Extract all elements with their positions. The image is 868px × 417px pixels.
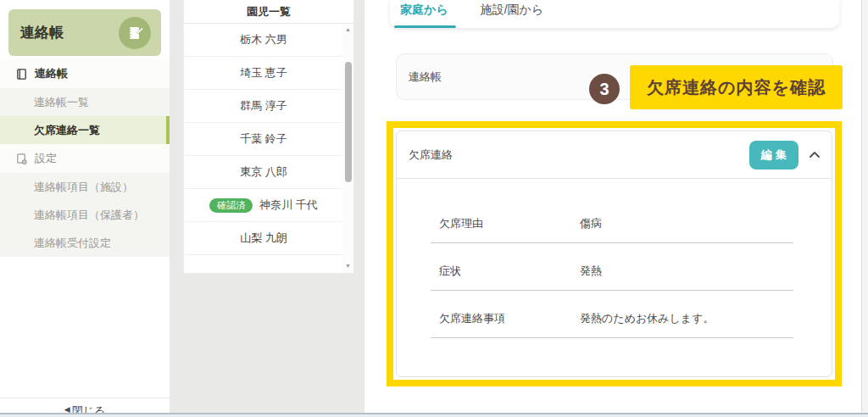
scroll-down-icon[interactable]: ▼ <box>342 260 353 271</box>
sidebar-item-renrakucho-list[interactable]: 連絡帳一覧 <box>0 88 170 116</box>
field-value: 発熱のためお休みします。 <box>580 311 714 326</box>
sidebar-item-label: 連絡帳受付設定 <box>34 236 111 251</box>
sidebar-item-label: 欠席連絡一覧 <box>34 123 100 138</box>
window-bottom-edge <box>0 413 868 417</box>
children-list-panel: 園児一覧 栃木 六男 埼玉 恵子 群馬 淳子 千葉 鈴子 東京 八郎 確認済 神… <box>183 0 354 274</box>
absence-card-title: 欠席連絡 <box>409 147 453 163</box>
notebook-icon <box>15 68 28 81</box>
annotation-label: 欠席連絡の内容を確認 <box>630 65 843 109</box>
absence-report-card: 欠席連絡 編集 欠席理由 傷病 症状 発熱 <box>396 131 832 377</box>
step-number: 3 <box>599 80 609 99</box>
field-label: 症状 <box>439 264 580 279</box>
sidebar-item-label: 連絡帳項目（施設） <box>34 180 133 195</box>
list-item[interactable]: 千葉 鈴子 <box>184 123 353 156</box>
child-name: 栃木 六男 <box>240 32 287 47</box>
field-label: 欠席連絡事項 <box>439 311 580 326</box>
tab-label: 家庭から <box>400 3 448 16</box>
sidebar-item-absence-list[interactable]: 欠席連絡一覧 <box>0 116 170 144</box>
list-item[interactable]: 群馬 淳子 <box>184 90 353 123</box>
absence-fields: 欠席理由 傷病 症状 発熱 欠席連絡事項 発熱のためお休みします。 <box>397 179 832 338</box>
sidebar-menu: 連絡帳 連絡帳一覧 欠席連絡一覧 設定 連絡帳項目（施設） 連絡帳項目（保護者） <box>0 59 170 257</box>
renrakucho-card-title: 連絡帳 <box>409 70 442 85</box>
list-item[interactable]: 埼玉 恵子 <box>184 57 353 90</box>
sidebar-item-label: 連絡帳一覧 <box>34 95 89 110</box>
absence-card-header: 欠席連絡 編集 <box>397 131 832 179</box>
child-name: 山梨 九朗 <box>240 231 287 246</box>
child-name: 千葉 鈴子 <box>240 131 287 147</box>
tab-from-home[interactable]: 家庭から <box>390 3 459 28</box>
notebook-pencil-icon <box>119 17 151 49</box>
sidebar-item-items-facility[interactable]: 連絡帳項目（施設） <box>0 173 170 201</box>
scroll-up-icon[interactable]: ▲ <box>342 24 353 35</box>
children-list-scrollbar[interactable]: ▲ ▼ <box>342 24 353 273</box>
source-tabbar: 家庭から 施設/園から <box>390 0 839 28</box>
child-name: 東京 八郎 <box>240 164 287 180</box>
edit-button[interactable]: 編集 <box>749 141 798 170</box>
sidebar-item-label: 連絡帳項目（保護者） <box>34 208 144 223</box>
highlight-frame: 欠席連絡 編集 欠席理由 傷病 症状 発熱 <box>387 121 842 386</box>
list-item[interactable]: 山梨 九朗 <box>184 222 353 255</box>
sidebar-item-settings[interactable]: 設定 <box>0 144 170 173</box>
scrollbar-thumb[interactable] <box>345 62 352 182</box>
sidebar: 連絡帳 連絡帳 連絡帳一覧 欠席連絡一覧 <box>0 0 170 417</box>
child-name: 埼玉 恵子 <box>240 65 287 81</box>
tab-from-facility[interactable]: 施設/園から <box>470 3 554 28</box>
field-value: 発熱 <box>580 264 602 279</box>
child-name: 神奈川 千代 <box>259 197 318 213</box>
child-name: 群馬 淳子 <box>240 98 287 114</box>
annotation-text: 欠席連絡の内容を確認 <box>647 76 826 99</box>
field-value: 傷病 <box>580 216 602 231</box>
list-item[interactable]: 確認済 神奈川 千代 <box>184 189 353 222</box>
tab-label: 施設/園から <box>481 3 544 16</box>
notebook-gear-icon <box>15 153 28 165</box>
sidebar-item-label: 連絡帳 <box>35 66 68 81</box>
confirmed-badge: 確認済 <box>209 198 253 213</box>
children-list-title: 園児一覧 <box>184 0 353 24</box>
step-3-marker: 3 <box>589 74 620 104</box>
sidebar-item-reception-settings[interactable]: 連絡帳受付設定 <box>0 229 170 257</box>
main-content: 家庭から 施設/園から 連絡帳 3 欠席連絡の内容を確認 欠席連絡 編集 <box>364 0 861 413</box>
field-row-notes: 欠席連絡事項 発熱のためお休みします。 <box>431 311 793 338</box>
sidebar-item-items-guardian[interactable]: 連絡帳項目（保護者） <box>0 201 170 229</box>
chevron-up-icon[interactable] <box>809 151 821 158</box>
sidebar-header: 連絡帳 <box>8 9 161 56</box>
field-row-symptom: 症状 発熱 <box>431 264 793 291</box>
sidebar-item-label: 設定 <box>35 151 57 166</box>
list-item[interactable]: 東京 八郎 <box>184 156 353 189</box>
app-title: 連絡帳 <box>20 23 64 42</box>
sidebar-item-renrakucho[interactable]: 連絡帳 <box>0 59 170 88</box>
main-scrollbar[interactable] <box>861 0 868 413</box>
field-row-reason: 欠席理由 傷病 <box>431 216 793 243</box>
list-item[interactable]: 栃木 六男 <box>184 24 353 57</box>
field-label: 欠席理由 <box>439 216 580 231</box>
active-tab-underline <box>394 25 456 28</box>
